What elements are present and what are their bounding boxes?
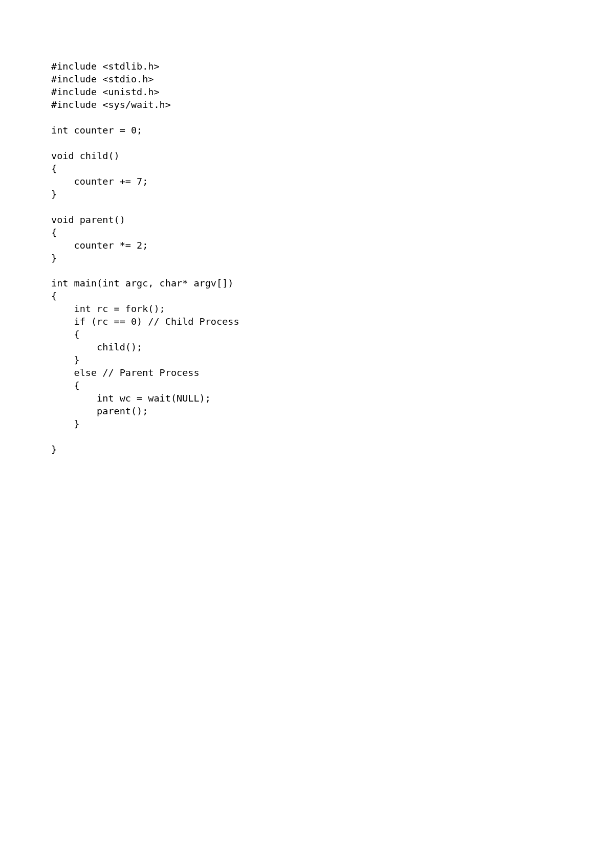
document-page: #include <stdlib.h> #include <stdio.h> #…: [0, 0, 614, 456]
code-block: #include <stdlib.h> #include <stdio.h> #…: [51, 60, 614, 456]
